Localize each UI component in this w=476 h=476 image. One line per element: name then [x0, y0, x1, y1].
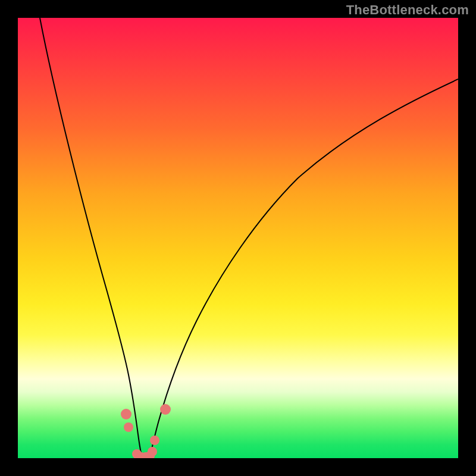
marker-dot [160, 404, 171, 415]
marker-dot [124, 422, 133, 432]
chart-stage: TheBottleneck.com [0, 0, 476, 476]
marker-dot [150, 436, 159, 445]
curves-svg [18, 18, 458, 458]
marker-dot [121, 409, 131, 419]
plot-area [18, 18, 458, 458]
marker-dot [148, 447, 157, 456]
watermark-text: TheBottleneck.com [346, 2, 469, 18]
right-curve [150, 79, 458, 458]
left-curve [40, 18, 142, 458]
